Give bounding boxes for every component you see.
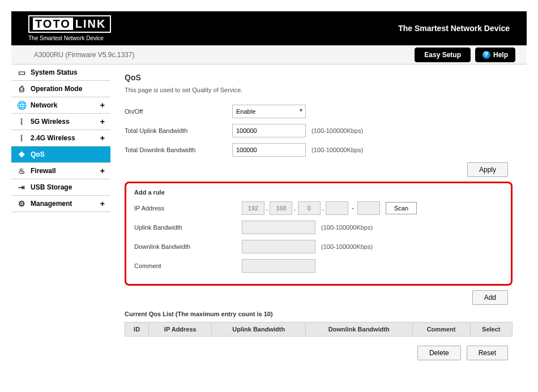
status-icon: ▭ xyxy=(17,68,26,77)
comment-label: Comment xyxy=(134,262,242,269)
ip-octet-3[interactable] xyxy=(298,201,321,215)
header-tagline: The Smartest Network Device xyxy=(398,24,510,33)
apply-button[interactable]: Apply xyxy=(467,162,508,177)
sidebar-item-label: QoS xyxy=(31,150,45,158)
col-downlink: Downlink Bandwidth xyxy=(305,322,412,337)
brand-logo: TOTOLINK The Smartest Network Device xyxy=(28,15,111,41)
sidebar-item-network[interactable]: 🌐Network + xyxy=(11,97,110,114)
add-button[interactable]: Add xyxy=(472,290,508,305)
total-downlink-label: Total Downlink Bandwidth xyxy=(125,147,232,153)
total-downlink-input[interactable] xyxy=(232,143,306,157)
comment-input[interactable] xyxy=(242,259,315,273)
expand-icon: + xyxy=(100,133,105,143)
sidebar: ▭System Status ⎙Operation Mode 🌐Network … xyxy=(11,64,110,369)
qos-list-title: Current Qos List (The maximum entry coun… xyxy=(125,311,513,317)
rule-downlink-label: Downlink Bandwidth xyxy=(134,243,242,250)
add-rule-section: Add a rule IP Address . . . - Scan Uplin… xyxy=(125,182,513,286)
uplink-hint: (100-100000Kbps) xyxy=(311,127,363,134)
scan-button[interactable]: Scan xyxy=(386,202,417,214)
sidebar-item-management[interactable]: ⚙Management + xyxy=(11,196,110,212)
usb-icon: ⇥ xyxy=(17,183,26,192)
sidebar-item-5g-wireless[interactable]: ⧙5G Wireless + xyxy=(11,114,110,130)
wifi-icon: ⧙ xyxy=(17,117,26,126)
col-ip: IP Address xyxy=(149,322,212,337)
sidebar-item-operation-mode[interactable]: ⎙Operation Mode xyxy=(11,81,110,97)
sidebar-item-label: Management xyxy=(31,200,72,208)
gear-icon: ⚙ xyxy=(17,199,26,208)
sidebar-item-24g-wireless[interactable]: ⧙2.4G Wireless + xyxy=(11,130,110,147)
expand-icon: + xyxy=(100,199,105,208)
sidebar-item-system-status[interactable]: ▭System Status xyxy=(11,64,110,81)
qos-list-table: ID IP Address Uplink Bandwidth Downlink … xyxy=(125,322,513,337)
col-select: Select xyxy=(470,322,512,337)
sidebar-item-label: System Status xyxy=(31,68,78,76)
downlink-hint: (100-100000Kbps) xyxy=(311,147,363,153)
add-rule-title: Add a rule xyxy=(134,189,503,196)
col-uplink: Uplink Bandwidth xyxy=(212,322,306,337)
help-button[interactable]: Help xyxy=(475,48,515,62)
help-label: Help xyxy=(493,51,508,59)
expand-icon: + xyxy=(100,117,105,126)
ip-octet-1[interactable] xyxy=(242,201,264,215)
rule-uplink-label: Uplink Bandwidth xyxy=(134,224,242,231)
sidebar-item-usb-storage[interactable]: ⇥USB Storage xyxy=(11,179,110,196)
total-uplink-input[interactable] xyxy=(232,124,306,137)
firewall-icon: ♨ xyxy=(17,166,26,175)
mode-icon: ⎙ xyxy=(17,84,26,93)
expand-icon: + xyxy=(100,101,105,110)
rule-uplink-input[interactable] xyxy=(242,221,315,234)
sidebar-item-label: Operation Mode xyxy=(31,85,82,93)
easy-setup-button[interactable]: Easy Setup xyxy=(415,48,471,62)
total-uplink-label: Total Uplink Bandwidth xyxy=(125,127,232,134)
ip-octet-2[interactable] xyxy=(270,201,292,215)
page-title: QoS xyxy=(125,73,513,82)
sidebar-item-label: 5G Wireless xyxy=(31,118,70,126)
sidebar-item-qos[interactable]: ❖QoS xyxy=(11,147,110,163)
header-bar: TOTOLINK The Smartest Network Device The… xyxy=(11,11,527,45)
ip-range-end[interactable] xyxy=(357,201,380,215)
subheader: A3000RU (Firmware V5.9c.1337) Easy Setup… xyxy=(11,45,527,64)
model-label: A3000RU (Firmware V5.9c.1337) xyxy=(34,51,134,59)
expand-icon: + xyxy=(100,166,105,175)
onoff-select[interactable]: Enable xyxy=(232,105,306,118)
ip-octet-4[interactable] xyxy=(326,201,348,215)
brand-rest: LINK xyxy=(75,18,106,30)
brand-subtitle: The Smartest Network Device xyxy=(28,35,111,41)
col-id: ID xyxy=(125,322,149,337)
delete-button[interactable]: Delete xyxy=(417,346,461,360)
rule-uplink-hint: (100-100000Kbps) xyxy=(321,224,373,231)
col-comment: Comment xyxy=(412,322,470,337)
onoff-label: On/Off xyxy=(125,108,232,115)
sidebar-item-label: 2.4G Wireless xyxy=(31,134,75,142)
ip-address-label: IP Address xyxy=(134,205,242,212)
page-description: This page is used to set Quality of Serv… xyxy=(125,87,513,93)
wifi-icon: ⧙ xyxy=(17,133,26,143)
sidebar-item-label: Firewall xyxy=(31,167,56,175)
sidebar-item-label: USB Storage xyxy=(31,183,72,191)
qos-icon: ❖ xyxy=(17,150,26,159)
rule-downlink-input[interactable] xyxy=(242,240,315,253)
brand-boxed: TOTO xyxy=(33,18,73,30)
globe-icon: 🌐 xyxy=(17,101,26,110)
help-icon xyxy=(483,51,490,59)
rule-downlink-hint: (100-100000Kbps) xyxy=(321,243,373,250)
sidebar-item-firewall[interactable]: ♨Firewall + xyxy=(11,163,110,179)
sidebar-item-label: Network xyxy=(31,101,57,109)
reset-button[interactable]: Reset xyxy=(467,346,508,360)
content: QoS This page is used to set Quality of … xyxy=(110,64,527,369)
